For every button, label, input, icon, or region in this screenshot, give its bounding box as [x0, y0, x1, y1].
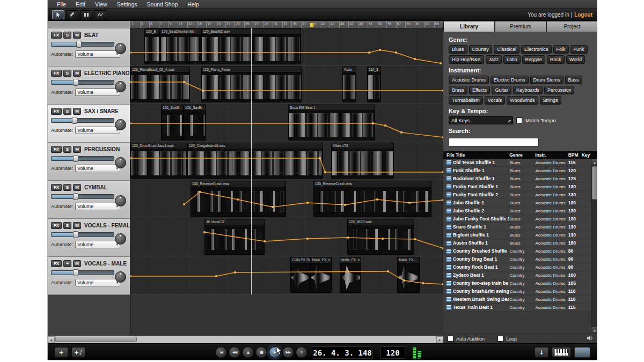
instrument-filter-button[interactable]: Percussion: [544, 86, 575, 94]
search-input[interactable]: [449, 138, 539, 146]
volume-slider-handle[interactable]: [52, 157, 76, 160]
fx-button[interactable]: FX: [51, 108, 62, 115]
file-row[interactable]: Funky Foot Shuffle 2 Blues Acoustic Drum…: [443, 191, 591, 199]
audio-clip[interactable]: Malik_FX...: [397, 257, 420, 293]
menu-item[interactable]: Edit: [71, 0, 90, 8]
volume-slider-handle[interactable]: [52, 119, 75, 122]
column-genre[interactable]: Genre: [509, 152, 535, 158]
add-track-button[interactable]: +: [54, 347, 68, 358]
volume-slider-handle[interactable]: [52, 271, 76, 275]
draw-tool-button[interactable]: [66, 10, 78, 19]
genre-filter-button[interactable]: Rock: [547, 55, 565, 64]
volume-slider[interactable]: [51, 232, 114, 237]
file-row[interactable]: Jabo Shuffle 2 Blues Acoustic Drums 130: [443, 207, 591, 215]
fx-button[interactable]: FX: [51, 146, 62, 153]
solo-button[interactable]: +: [63, 260, 71, 267]
loop-checkbox[interactable]: [497, 336, 503, 342]
mute-button[interactable]: M: [73, 222, 81, 229]
audio-clip[interactable]: 110_3: [367, 67, 381, 102]
file-row[interactable]: Country Brushed Shuffle Country Acoustic…: [443, 247, 591, 255]
instrument-filter-button[interactable]: Turntabalism: [449, 96, 483, 105]
instrument-filter-button[interactable]: Woodwinds: [507, 96, 538, 105]
genre-filter-button[interactable]: World: [566, 55, 585, 64]
instrument-filter-button[interactable]: Vocals: [485, 96, 506, 105]
pan-knob[interactable]: [115, 271, 126, 283]
file-row[interactable]: Backdoor Shuffle 1 Blues Acoustic Drums …: [443, 175, 591, 183]
genre-filter-button[interactable]: Blues: [449, 45, 467, 54]
solo-button[interactable]: S: [63, 184, 71, 191]
volume-slider-handle[interactable]: [52, 195, 76, 198]
solo-button[interactable]: S: [63, 70, 71, 77]
volume-slider[interactable]: [51, 156, 114, 161]
stop-button[interactable]: ■: [255, 346, 267, 358]
column-bpm[interactable]: BPM: [568, 152, 582, 158]
instrument-filter-button[interactable]: Keyboards: [513, 86, 543, 94]
audio-clip[interactable]: 120_CongaIsland6.wav: [187, 143, 323, 179]
audio-clip[interactable]: 136_ReverseCrash.wav: [313, 181, 431, 217]
automate-select[interactable]: Volume ▾: [75, 165, 120, 172]
track-header[interactable]: FX S M SAX / SNARE: [48, 105, 130, 143]
volume-slider[interactable]: [51, 42, 114, 47]
instrument-filter-button[interactable]: Acoustic Drums: [449, 76, 489, 84]
hscroll-handle[interactable]: [55, 337, 137, 342]
forward-button[interactable]: ▶▶: [282, 346, 294, 358]
speaker-icon[interactable]: [587, 335, 594, 342]
scroll-up-icon[interactable]: ▲: [591, 159, 597, 165]
track-header[interactable]: FX S M PERCUSSION: [48, 143, 130, 181]
file-row[interactable]: Old Texas Shuffle 1 Blues Acoustic Drums…: [443, 159, 591, 167]
library-scrollbar[interactable]: ▲ ▼: [591, 159, 597, 334]
mute-button[interactable]: M: [73, 70, 81, 77]
fx-button[interactable]: FX: [51, 32, 62, 39]
genre-filter-button[interactable]: Funk: [570, 45, 588, 54]
volume-slider[interactable]: [51, 270, 114, 275]
mute-button[interactable]: M: [73, 32, 81, 39]
fx-button[interactable]: FX: [51, 222, 62, 229]
automate-select[interactable]: Volume ▾: [75, 203, 120, 210]
pan-knob[interactable]: [115, 119, 126, 130]
pan-knob[interactable]: [115, 43, 126, 54]
metronome-button[interactable]: ▲: [242, 346, 254, 358]
column-instr[interactable]: Instr.: [535, 152, 568, 158]
library-tab[interactable]: Library: [443, 21, 495, 32]
mute-button[interactable]: M: [73, 146, 81, 153]
scroll-down-icon[interactable]: ▼: [591, 327, 597, 334]
timeline-ruler[interactable]: 1357911131517192123252729313335373941434…: [130, 21, 443, 28]
automate-select[interactable]: Volume ▾: [75, 88, 120, 96]
instrument-filter-button[interactable]: Bass: [565, 76, 582, 84]
automate-select[interactable]: Volume ▾: [75, 50, 120, 58]
key-select[interactable]: All Keys ▴▾: [449, 116, 513, 124]
volume-slider[interactable]: [51, 194, 114, 199]
logout-link[interactable]: Logout: [574, 12, 592, 18]
solo-button[interactable]: S: [63, 146, 71, 153]
pan-knob[interactable]: [115, 81, 126, 92]
audio-clip[interactable]: Malik_FX_v: [340, 257, 361, 293]
audio-clip[interactable]: 120_B: [144, 28, 160, 64]
audio-clip[interactable]: 120_DrumBrushJazz1.wav: [130, 143, 187, 179]
audio-clip[interactable]: 126_PianoBrazil_02_A.wav: [130, 67, 190, 102]
column-key[interactable]: Key: [582, 152, 591, 158]
automate-select[interactable]: Volume ▾: [75, 127, 120, 134]
genre-filter-button[interactable]: Hip Hop/R&B: [449, 55, 484, 64]
automate-select[interactable]: Volume ▾: [75, 279, 120, 286]
track-header[interactable]: FX S M VOCALS - FEMALE: [48, 219, 130, 257]
volume-slider-handle[interactable]: [52, 42, 79, 46]
scroll-right-icon[interactable]: ▸: [436, 336, 443, 343]
instrument-filter-button[interactable]: Brass: [449, 86, 467, 94]
loop-button[interactable]: ↻: [296, 346, 308, 358]
genre-filter-button[interactable]: Electronica: [521, 45, 552, 54]
column-file-title[interactable]: File Title: [447, 152, 509, 158]
select-tool-button[interactable]: [52, 10, 64, 19]
instrument-filter-button[interactable]: Drum Stems: [530, 76, 564, 84]
solo-button[interactable]: S: [63, 222, 71, 229]
audio-clip[interactable]: 126_SaxBr: [184, 105, 206, 141]
match-tempo-checkbox[interactable]: [516, 117, 522, 123]
genre-filter-button[interactable]: Reggae: [522, 55, 546, 64]
download-button[interactable]: ↓: [535, 347, 548, 358]
menu-item[interactable]: File: [52, 0, 71, 8]
virtual-keyboard-button[interactable]: [552, 347, 571, 358]
fx-button[interactable]: FX: [51, 260, 62, 267]
split-tool-button[interactable]: [80, 10, 92, 19]
volume-slider-handle[interactable]: [52, 233, 76, 237]
file-row[interactable]: Jabo Shuffle 1 Blues Acoustic Drums 130: [443, 199, 591, 207]
file-row[interactable]: Funk Shuffle 1 Blues Acoustic Drums 120: [443, 167, 591, 175]
